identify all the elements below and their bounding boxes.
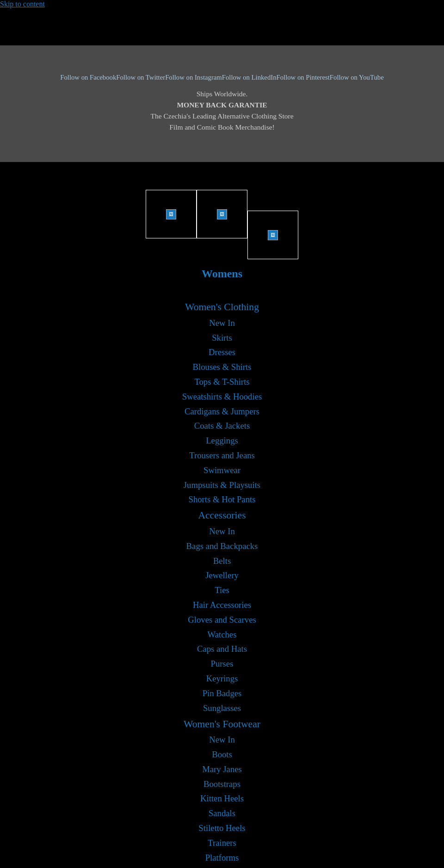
nav-gloves-scarves: Gloves and Scarves xyxy=(188,612,256,627)
gallery-image-3: 🖼 xyxy=(247,211,298,259)
nav-tops-tshirts: Tops & T-Shirts xyxy=(194,375,249,389)
jumpsuits-playsuits-link[interactable]: Jumpsuits & Playsuits xyxy=(184,480,260,490)
nav-pin-badges: Pin Badges xyxy=(203,686,242,701)
nav-sweatshirts-hoodies: Sweatshirts & Hoodies xyxy=(182,389,262,404)
gloves-scarves-link[interactable]: Gloves and Scarves xyxy=(188,615,256,624)
nav-flat-shoes: Flat Shoes xyxy=(204,865,240,868)
womens-nav-list: Women's Clothing New In Skirts Dresses B… xyxy=(0,299,444,868)
purses-link[interactable]: Purses xyxy=(211,659,234,668)
nav-new-in-clothing: New In xyxy=(209,316,235,331)
gallery-image-2: 🖼 xyxy=(197,190,247,238)
ties-link[interactable]: Ties xyxy=(215,585,229,595)
nav-ties: Ties xyxy=(215,583,229,598)
nav-platforms: Platforms xyxy=(205,850,239,865)
sweatshirts-hoodies-link[interactable]: Sweatshirts & Hoodies xyxy=(182,392,262,401)
follow-youtube-link[interactable]: Follow on YouTube xyxy=(330,74,384,81)
skirts-link[interactable]: Skirts xyxy=(212,333,232,343)
sandals-link[interactable]: Sandals xyxy=(209,808,235,818)
follow-linkedin-link[interactable]: Follow on LinkedIn xyxy=(222,74,277,81)
nav-spacer xyxy=(0,280,444,299)
stiletto-heels-link[interactable]: Stiletto Heels xyxy=(198,823,245,833)
cardigans-jumpers-link[interactable]: Cardigans & Jumpers xyxy=(185,406,259,416)
sunglasses-link[interactable]: Sunglasses xyxy=(203,703,241,713)
trainers-link[interactable]: Trainers xyxy=(208,838,236,848)
nav-clothing-header: Women's Clothing xyxy=(185,299,259,316)
kitten-heels-link[interactable]: Kitten Heels xyxy=(200,793,244,803)
nav-mary-janes: Mary Janes xyxy=(202,762,242,777)
social-links-row: Follow on FacebookFollow on TwitterFollo… xyxy=(9,73,435,81)
follow-instagram-link[interactable]: Follow on Instagram xyxy=(165,74,222,81)
follow-facebook-link[interactable]: Follow on Facebook xyxy=(60,74,116,81)
image-placeholder-2: 🖼 xyxy=(217,209,227,219)
nav-belts: Belts xyxy=(213,554,231,568)
hair-accessories-link[interactable]: Hair Accessories xyxy=(193,600,251,610)
nav-caps-hats: Caps and Hats xyxy=(197,642,247,656)
nav-dresses: Dresses xyxy=(209,345,235,360)
caps-hats-link[interactable]: Caps and Hats xyxy=(197,644,247,654)
nav-boots: Boots xyxy=(212,747,232,762)
image-gallery: 🖼 🖼 🖼 xyxy=(0,190,444,259)
womens-clothing-link[interactable]: Women's Clothing xyxy=(185,301,259,312)
film-merch-text: Film and Comic Book Merchandise! xyxy=(9,123,435,131)
nav-trainers: Trainers xyxy=(208,836,236,850)
womens-footwear-link[interactable]: Women's Footwear xyxy=(184,718,260,730)
watches-link[interactable]: Watches xyxy=(208,630,237,639)
accessories-header-link[interactable]: Accessories xyxy=(198,510,246,521)
tops-tshirts-link[interactable]: Tops & T-Shirts xyxy=(194,377,249,387)
nav-swimwear: Swimwear xyxy=(204,463,240,478)
bootstraps-link[interactable]: Bootstraps xyxy=(204,779,240,789)
mid-spacer xyxy=(0,162,444,190)
nav-jewellery: Jewellery xyxy=(205,568,239,583)
accessories-new-in-link[interactable]: New In xyxy=(209,526,235,536)
shorts-hot-pants-link[interactable]: Shorts & Hot Pants xyxy=(189,494,256,504)
nav-footwear-header: Women's Footwear xyxy=(184,716,260,733)
platforms-link[interactable]: Platforms xyxy=(205,853,239,862)
follow-twitter-link[interactable]: Follow on Twitter xyxy=(116,74,165,81)
coats-jackets-link[interactable]: Coats & Jackets xyxy=(194,421,250,431)
belts-link[interactable]: Belts xyxy=(213,556,231,566)
skip-label: Skip to content xyxy=(0,0,45,8)
dresses-link[interactable]: Dresses xyxy=(209,347,235,357)
nav-coats-jackets: Coats & Jackets xyxy=(194,418,250,433)
follow-pinterest-link[interactable]: Follow on Pinterest xyxy=(277,74,330,81)
keyrings-link[interactable]: Keyrings xyxy=(206,674,238,683)
leading-store-text: The Czechia's Leading Alternative Clothi… xyxy=(9,112,435,120)
nav-bootstraps: Bootstraps xyxy=(204,777,240,792)
nav-leggings: Leggings xyxy=(206,433,238,448)
trousers-jeans-link[interactable]: Trousers and Jeans xyxy=(189,450,255,460)
nav-keyrings: Keyrings xyxy=(206,671,238,686)
leggings-link[interactable]: Leggings xyxy=(206,436,238,445)
nav-blouses-shirts: Blouses & Shirts xyxy=(193,360,252,375)
pin-badges-link[interactable]: Pin Badges xyxy=(203,688,242,698)
mary-janes-link[interactable]: Mary Janes xyxy=(202,764,242,774)
nav-new-in-accessories: New In xyxy=(209,524,235,539)
nav-sunglasses: Sunglasses xyxy=(203,701,241,716)
swimwear-link[interactable]: Swimwear xyxy=(204,465,240,475)
jewellery-link[interactable]: Jewellery xyxy=(205,570,239,580)
money-back-text: MONEY BACK GARANTIE xyxy=(9,101,435,109)
boots-link[interactable]: Boots xyxy=(212,749,232,759)
nav-hair-accessories: Hair Accessories xyxy=(193,598,251,612)
gallery-image-1: 🖼 xyxy=(146,190,197,238)
nav-shorts-hot-pants: Shorts & Hot Pants xyxy=(189,492,256,507)
bags-backpacks-link[interactable]: Bags and Backpacks xyxy=(186,541,258,551)
footwear-new-in-link[interactable]: New In xyxy=(209,735,235,744)
image-placeholder-1: 🖼 xyxy=(166,209,176,219)
womens-title: Womens xyxy=(0,268,444,280)
nav-bags-backpacks: Bags and Backpacks xyxy=(186,539,258,554)
top-spacer xyxy=(0,8,444,45)
ships-worldwide-text: Ships Worldwide. xyxy=(9,90,435,98)
nav-jumpsuits-playsuits: Jumpsuits & Playsuits xyxy=(184,478,260,493)
nav-accessories-header: Accessories xyxy=(198,507,246,524)
nav-skirts: Skirts xyxy=(212,331,232,345)
nav-new-in-footwear: New In xyxy=(209,732,235,747)
nav-watches: Watches xyxy=(208,627,237,642)
image-placeholder-3: 🖼 xyxy=(268,230,278,240)
blouses-shirts-link[interactable]: Blouses & Shirts xyxy=(193,362,252,372)
skip-to-content-link[interactable]: Skip to content xyxy=(0,0,45,8)
banner-section: Follow on FacebookFollow on TwitterFollo… xyxy=(0,45,444,162)
clothing-new-in-link[interactable]: New In xyxy=(209,318,235,328)
nav-trousers-jeans: Trousers and Jeans xyxy=(189,448,255,463)
nav-cardigans-jumpers: Cardigans & Jumpers xyxy=(185,404,259,419)
nav-kitten-heels: Kitten Heels xyxy=(200,791,244,806)
